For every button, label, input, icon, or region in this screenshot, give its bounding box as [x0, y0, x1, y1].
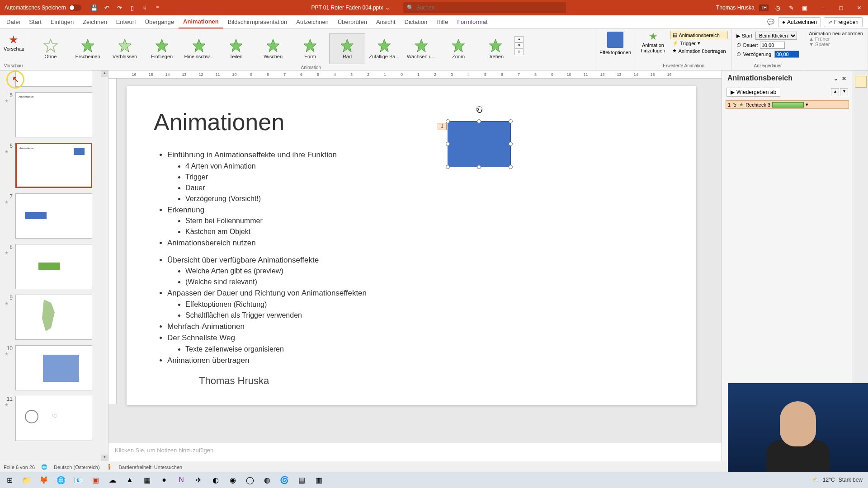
anim-zoom[interactable]: Zoom [440, 33, 476, 64]
temperature[interactable]: 12°C [823, 477, 835, 483]
tab-start[interactable]: Start [24, 16, 46, 28]
resize-handle[interactable] [477, 165, 481, 169]
tab-zeichnen[interactable]: Zeichnen [78, 16, 111, 28]
explorer-icon[interactable]: 📁 [19, 473, 34, 487]
close-icon[interactable]: ✕ [841, 75, 847, 83]
user-badge[interactable]: TH [759, 5, 769, 11]
slide-title[interactable]: Animationen [154, 108, 669, 136]
dauer-input[interactable] [760, 42, 785, 49]
resize-handle[interactable] [509, 119, 513, 123]
anim-ohne[interactable]: Ohne [33, 33, 69, 64]
move-down-button[interactable]: ▾ [840, 88, 848, 96]
undo-icon[interactable]: ↶ [102, 3, 111, 12]
resize-handle[interactable] [509, 165, 513, 169]
duration-bar[interactable] [772, 102, 804, 108]
save-icon[interactable]: 💾 [90, 3, 99, 12]
vlc-icon[interactable]: ▲ [122, 473, 137, 487]
anim-form[interactable]: Form [292, 33, 328, 64]
thumbnail-scrollbar[interactable]: ▴ ▾ [101, 70, 108, 461]
side-tool-button[interactable] [855, 76, 867, 88]
animationsbereich-button[interactable]: ▤ Animationsbereich [670, 31, 728, 39]
app-icon[interactable]: ▥ [311, 473, 326, 487]
app-icon-2[interactable]: ✎ [787, 3, 796, 12]
tab-datei[interactable]: Datei [2, 16, 24, 28]
telegram-icon[interactable]: ✈ [191, 473, 206, 487]
tab-aufzeichnen[interactable]: Aufzeichnen [292, 16, 333, 28]
anim-einfliegen[interactable]: Einfliegen [144, 33, 180, 64]
chevron-down-icon[interactable]: ⌄ [833, 75, 839, 83]
app-icon[interactable]: ◐ [208, 473, 223, 487]
start-select[interactable]: Beim Klicken [755, 32, 797, 40]
start-button[interactable]: ⊞ [2, 473, 17, 487]
slide-body[interactable]: Einführung in Animationseffekte und ihre… [154, 149, 669, 366]
edge-icon[interactable]: 🌀 [277, 473, 292, 487]
tab-ueberpruefen[interactable]: Überprüfen [333, 16, 372, 28]
thumb-4-partial[interactable] [0, 70, 108, 89]
weather-icon[interactable]: ⛅ [812, 477, 819, 483]
anim-erscheinen[interactable]: Erscheinen [70, 33, 106, 64]
outlook-icon[interactable]: 📧 [71, 473, 86, 487]
frueher-button[interactable]: ▲ Früher [809, 36, 863, 42]
anim-wachsen[interactable]: Wachsen u... [403, 33, 439, 64]
add-animation-button[interactable]: ★ Animation hinzufügen [640, 31, 667, 55]
app-icon-1[interactable]: ◷ [773, 3, 782, 12]
anim-verblassen[interactable]: Verblassen [107, 33, 143, 64]
username[interactable]: Thomas Hruska [716, 5, 755, 11]
slideshow-icon[interactable]: ▯ [127, 3, 137, 12]
search-box[interactable]: 🔍 [403, 2, 566, 13]
tab-hilfe[interactable]: Hilfe [432, 16, 453, 28]
autosave-toggle[interactable]: Automatisches Speichern [0, 5, 86, 11]
tab-ansicht[interactable]: Ansicht [372, 16, 400, 28]
preview-label[interactable]: Vorschau [4, 46, 23, 52]
app-icon[interactable]: ☁ [105, 473, 120, 487]
rotate-handle[interactable]: ↻ [476, 106, 482, 113]
preview-icon[interactable]: ★ [4, 33, 23, 46]
anim-rad[interactable]: Rad [329, 33, 365, 64]
comments-icon[interactable]: 💬 [766, 18, 775, 27]
shape-rectangle[interactable]: ↻ [448, 121, 511, 167]
preview-link[interactable]: preview [256, 267, 281, 275]
verzoegerung-input[interactable] [774, 51, 799, 58]
app-icon[interactable]: ◍ [259, 473, 275, 487]
scroll-up-icon[interactable]: ▴ [101, 70, 108, 77]
tab-formformat[interactable]: Formformat [453, 16, 492, 28]
toggle-switch[interactable] [69, 5, 81, 11]
thumbnail-panel[interactable]: 5★ Animationen 6★ Animationen 7★ 8★ 9★ 1… [0, 70, 108, 461]
anim-hineinschweben[interactable]: Hineinschw... [181, 33, 217, 64]
onenote-icon[interactable]: N [174, 473, 189, 487]
resize-handle[interactable] [477, 119, 481, 123]
firefox-icon[interactable]: 🦊 [36, 473, 52, 487]
anim-zufaellige[interactable]: Zufällige Ba... [366, 33, 402, 64]
play-from-button[interactable]: ▶ Wiedergeben ab [726, 88, 780, 97]
tab-bildschirm[interactable]: Bildschirmpräsentation [223, 16, 292, 28]
chevron-down-icon[interactable]: ▾ [806, 102, 808, 108]
thumb-9[interactable]: 9★ [0, 292, 108, 343]
obs-icon[interactable]: ◉ [225, 473, 241, 487]
move-up-button[interactable]: ▴ [831, 88, 839, 96]
thumb-5[interactable]: 5★ Animationen [0, 89, 108, 140]
app-icon[interactable]: ● [156, 473, 172, 487]
anim-drehen[interactable]: Drehen [477, 33, 514, 64]
trigger-button[interactable]: ⚡ Trigger ▾ [670, 39, 728, 47]
anim-wischen[interactable]: Wischen [255, 33, 291, 64]
app-icon[interactable]: ▤ [294, 473, 309, 487]
app-icon[interactable]: ▦ [139, 473, 155, 487]
chevron-down-icon[interactable]: ⌄ [385, 5, 390, 11]
close-button[interactable]: ✕ [850, 0, 868, 15]
resize-handle[interactable] [446, 119, 450, 123]
tab-animationen[interactable]: Animationen [179, 15, 223, 28]
uebertragen-button[interactable]: ★ Animation übertragen [670, 47, 728, 55]
thumb-10[interactable]: 10★ [0, 343, 108, 393]
powerpoint-icon[interactable]: ▣ [88, 473, 103, 487]
resize-handle[interactable] [509, 142, 513, 146]
tab-einfuegen[interactable]: Einfügen [46, 16, 78, 28]
accessibility-icon[interactable]: 🧍 [106, 464, 113, 470]
animation-tag[interactable]: 1 [438, 123, 447, 130]
tab-uebergaenge[interactable]: Übergänge [141, 16, 179, 28]
tab-dictation[interactable]: Dictation [400, 16, 432, 28]
redo-icon[interactable]: ↷ [115, 3, 124, 12]
effect-options-button[interactable]: Effektoptionen [599, 32, 632, 55]
scroll-down-icon[interactable]: ▾ [101, 455, 108, 461]
qat-more-icon[interactable]: ⁼ [153, 3, 162, 12]
minimize-button[interactable]: ─ [814, 0, 832, 15]
